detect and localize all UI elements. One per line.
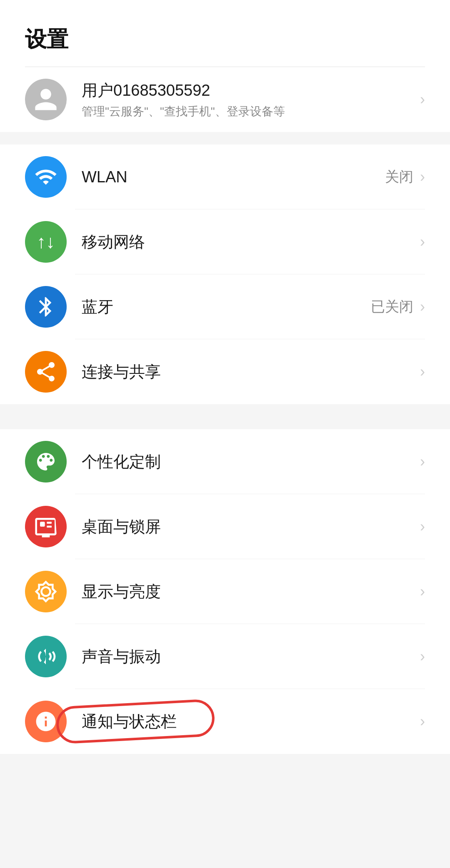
mobile-network-item[interactable]: ↑↓ 移动网络 › (0, 209, 450, 274)
wlan-content: WLAN (82, 168, 385, 186)
wlan-title: WLAN (82, 168, 385, 186)
display-brightness-icon-circle (25, 571, 67, 612)
account-content: 用户01685305592 管理"云服务"、"查找手机"、登录设备等 (82, 80, 420, 119)
bluetooth-status: 已关闭 (371, 297, 413, 316)
gap-2 (0, 417, 450, 429)
personalization-icon (34, 450, 58, 473)
connection-share-title: 连接与共享 (82, 361, 413, 383)
sound-vibration-chevron: › (420, 648, 425, 665)
personalization-section: 个性化定制 › 桌面与锁屏 › 显示与亮度 (0, 429, 450, 754)
wifi-icon (34, 165, 58, 189)
desktop-lockscreen-content: 桌面与锁屏 (82, 516, 420, 537)
personalization-chevron: › (420, 453, 425, 470)
bluetooth-content: 蓝牙 (82, 296, 371, 318)
sound-vibration-content: 声音与振动 (82, 646, 420, 667)
connection-share-content: 连接与共享 (82, 361, 413, 383)
mobile-network-icon-circle: ↑↓ (25, 221, 67, 263)
bluetooth-chevron: › (420, 298, 425, 316)
notification-statusbar-item[interactable]: 通知与状态栏 › (0, 689, 450, 754)
connection-share-right: › (413, 363, 425, 381)
account-chevron-container: › (420, 91, 425, 108)
desktop-lockscreen-item[interactable]: 桌面与锁屏 › (0, 494, 450, 559)
desktop-lockscreen-chevron: › (420, 518, 425, 535)
wlan-status: 关闭 (385, 167, 413, 187)
desktop-lockscreen-title: 桌面与锁屏 (82, 516, 420, 537)
notification-statusbar-content: 通知与状态栏 (82, 711, 420, 732)
bottom-filler (0, 766, 450, 850)
personalization-icon-circle (25, 441, 67, 482)
sound-icon (34, 645, 58, 668)
sound-vibration-icon-circle (25, 636, 67, 677)
personalization-item[interactable]: 个性化定制 › (0, 429, 450, 494)
wlan-chevron: › (420, 168, 425, 186)
svg-rect-1 (47, 522, 52, 524)
sound-vibration-right: › (420, 648, 425, 665)
page-title: 设置 (0, 0, 450, 67)
display-brightness-content: 显示与亮度 (82, 581, 420, 602)
sound-vibration-item[interactable]: 声音与振动 › (0, 624, 450, 689)
desktop-lockscreen-icon-circle (25, 506, 67, 547)
account-subtitle: 管理"云服务"、"查找手机"、登录设备等 (82, 104, 420, 119)
account-name: 用户01685305592 (82, 80, 420, 101)
wlan-icon-circle (25, 156, 67, 198)
mobile-network-icon: ↑↓ (37, 231, 55, 252)
notification-statusbar-icon-circle (25, 701, 67, 742)
notification-statusbar-chevron: › (420, 713, 425, 730)
bluetooth-icon-circle (25, 286, 67, 328)
mobile-network-chevron: › (420, 233, 425, 251)
bluetooth-title: 蓝牙 (82, 296, 371, 318)
personalization-content: 个性化定制 (82, 451, 420, 473)
personalization-title: 个性化定制 (82, 451, 420, 473)
mobile-network-right: › (413, 233, 425, 251)
display-brightness-title: 显示与亮度 (82, 581, 420, 602)
notification-statusbar-right: › (420, 713, 425, 730)
display-brightness-chevron: › (420, 583, 425, 600)
notification-icon (34, 710, 58, 733)
notification-statusbar-title: 通知与状态栏 (82, 711, 420, 732)
user-icon (32, 86, 59, 113)
bluetooth-item[interactable]: 蓝牙 已关闭 › (0, 274, 450, 339)
wlan-item[interactable]: WLAN 关闭 › (0, 144, 450, 209)
avatar (25, 79, 67, 120)
gap-1 (0, 132, 450, 144)
sound-vibration-title: 声音与振动 (82, 646, 420, 667)
network-section: WLAN 关闭 › ↑↓ 移动网络 › 蓝牙 已关闭 › (0, 144, 450, 404)
desktop-icon (34, 515, 58, 538)
mobile-network-title: 移动网络 (82, 231, 413, 253)
brightness-icon (34, 580, 58, 603)
connection-share-item[interactable]: 连接与共享 › (0, 339, 450, 404)
svg-rect-2 (47, 526, 52, 528)
connection-share-icon-circle (25, 351, 67, 393)
connection-share-chevron: › (420, 363, 425, 381)
bluetooth-icon (34, 295, 58, 318)
display-brightness-right: › (420, 583, 425, 600)
wlan-right: 关闭 › (385, 167, 425, 187)
desktop-lockscreen-right: › (420, 518, 425, 535)
connection-share-icon (34, 360, 58, 383)
mobile-network-content: 移动网络 (82, 231, 413, 253)
personalization-right: › (420, 453, 425, 470)
account-chevron: › (420, 91, 425, 108)
svg-rect-0 (40, 522, 45, 527)
account-item[interactable]: 用户01685305592 管理"云服务"、"查找手机"、登录设备等 › (0, 67, 450, 132)
display-brightness-item[interactable]: 显示与亮度 › (0, 559, 450, 624)
bluetooth-right: 已关闭 › (371, 297, 425, 316)
